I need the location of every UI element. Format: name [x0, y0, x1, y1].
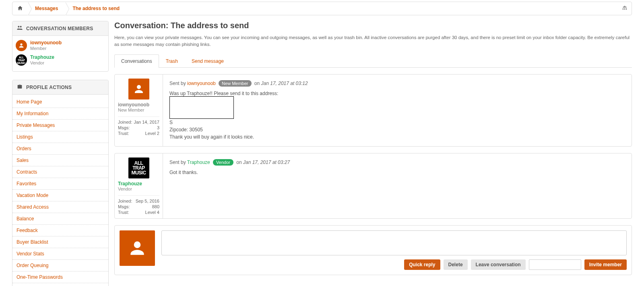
stat-msgs-label: Msgs:	[118, 125, 130, 130]
redaction-box	[169, 96, 234, 119]
avatar-person-icon	[120, 230, 155, 266]
message-username: Traphouze	[118, 181, 159, 187]
member-row[interactable]: iownyounoob Member	[16, 38, 105, 53]
invite-member-input[interactable]	[529, 259, 581, 270]
stat-msgs-value: 3	[157, 125, 159, 130]
on-word: on	[235, 160, 243, 165]
sidebar-item-favorites[interactable]: Favorites	[12, 178, 108, 190]
panel-conversation-members: CONVERSATION MEMBERS iownyounoob Member …	[12, 21, 109, 72]
on-word: on	[253, 81, 261, 86]
breadcrumb-home[interactable]	[12, 2, 28, 15]
message-card: iownyounoob New Member Joined:Jan 14, 20…	[114, 74, 632, 147]
message-user-stats: Joined:Sep 5, 2016 Msgs:880 Trust:Level …	[118, 195, 159, 215]
sidebar: CONVERSATION MEMBERS iownyounoob Member …	[12, 21, 109, 286]
breadcrumb: Messages The address to send	[12, 2, 127, 15]
main-content: Conversation: The address to send Here, …	[114, 21, 632, 275]
reply-actions: Quick reply Delete Leave conversation In…	[161, 259, 627, 270]
message-card: ALLTRAPMUSIC Traphouze Vendor Joined:Sep…	[114, 153, 632, 219]
message-user-role: New Member	[118, 108, 159, 112]
user-badge: New Member	[219, 80, 251, 87]
sent-by-prefix: Sent by	[169, 81, 187, 86]
sidebar-item-vacation-mode[interactable]: Vacation Mode	[12, 190, 108, 201]
page-description: Here, you can view your private messages…	[114, 34, 632, 48]
page-title: Conversation: The address to send	[114, 21, 632, 30]
reply-panel: Quick reply Delete Leave conversation In…	[114, 225, 632, 275]
sidebar-item-vendor-stats[interactable]: Vendor Stats	[12, 248, 108, 260]
message-user-panel: ALLTRAPMUSIC Traphouze Vendor Joined:Sep…	[115, 153, 163, 218]
users-icon	[17, 25, 23, 32]
home-icon	[17, 5, 23, 12]
member-name: Traphouze	[30, 54, 54, 60]
sidebar-item-feedback[interactable]: Feedback	[12, 225, 108, 236]
sidebar-item-shared-access[interactable]: Shared Access	[12, 201, 108, 213]
panel-head-actions: PROFILE ACTIONS	[12, 80, 108, 95]
member-row[interactable]: ALLTRAPMUSIC Traphouze Vendor	[16, 53, 105, 67]
sidebar-item-balance[interactable]: Balance	[12, 213, 108, 225]
stat-joined-value: Jan 14, 2017	[134, 120, 159, 124]
sidebar-item-my-information[interactable]: My Information	[12, 108, 108, 120]
message-sender-link[interactable]: Traphouze	[187, 160, 210, 165]
sidebar-item-buyer-blacklist[interactable]: Buyer Blacklist	[12, 236, 108, 248]
sent-by-prefix: Sent by	[169, 160, 187, 165]
avatar-alltrap-icon: ALLTRAPMUSIC	[128, 158, 149, 178]
message-sent-line: Sent by Traphouze Vendor on Jan 17, 2017…	[169, 159, 625, 166]
message-username: iownyounoob	[118, 102, 159, 108]
stat-msgs-value: 880	[152, 204, 159, 209]
stat-trust-value: Level 4	[145, 210, 159, 215]
sidebar-item-one-time-passwords[interactable]: One-Time Passwords	[12, 271, 108, 283]
member-role: Member	[30, 46, 46, 51]
panel-title-members: CONVERSATION MEMBERS	[26, 26, 93, 31]
sidebar-item-affiliate-stats[interactable]: Affiliate Stats	[12, 283, 108, 286]
invite-member-button[interactable]: Invite member	[584, 259, 627, 270]
tabs: Conversations Trash Send message	[114, 54, 632, 68]
delete-button[interactable]: Delete	[444, 259, 468, 270]
profile-actions-list: Home Page My Information Private Message…	[12, 95, 108, 286]
member-role: Vendor	[30, 60, 44, 65]
message-text: Got it thanks.	[169, 169, 625, 176]
message-body: Sent by Traphouze Vendor on Jan 17, 2017…	[163, 153, 632, 218]
panel-head-members: CONVERSATION MEMBERS	[12, 21, 108, 36]
panel-title-actions: PROFILE ACTIONS	[26, 85, 72, 90]
message-sender-link[interactable]: iownyounoob	[187, 81, 216, 86]
avatar-person-icon	[128, 79, 149, 99]
stat-trust-value: Level 2	[145, 131, 159, 136]
message-timestamp: Jan 17, 2017 at 03:12	[261, 81, 308, 86]
panel-profile-actions: PROFILE ACTIONS Home Page My Information…	[12, 80, 109, 286]
user-badge: Vendor	[213, 159, 233, 166]
stat-trust-label: Trust:	[118, 131, 129, 136]
reply-textarea[interactable]	[161, 230, 627, 255]
sidebar-item-orders[interactable]: Orders	[12, 143, 108, 155]
stat-msgs-label: Msgs:	[118, 204, 130, 209]
briefcase-icon	[17, 83, 23, 91]
sidebar-item-listings[interactable]: Listings	[12, 131, 108, 143]
stat-joined-label: Joined:	[118, 120, 132, 124]
sidebar-item-order-queuing[interactable]: Order Queuing	[12, 260, 108, 271]
quick-reply-button[interactable]: Quick reply	[404, 259, 440, 270]
avatar-person-icon	[16, 40, 27, 51]
message-text: Was up Traphouze!! Please send it to thi…	[169, 90, 625, 141]
message-user-role: Vendor	[118, 187, 159, 191]
sidebar-item-home-page[interactable]: Home Page	[12, 96, 108, 108]
sidebar-item-private-messages[interactable]: Private Messages	[12, 120, 108, 131]
message-user-panel: iownyounoob New Member Joined:Jan 14, 20…	[115, 75, 163, 146]
tab-send-message[interactable]: Send message	[185, 54, 231, 68]
stat-joined-value: Sep 5, 2016	[136, 199, 159, 203]
breadcrumb-item-messages[interactable]: Messages	[28, 2, 65, 15]
message-user-stats: Joined:Jan 14, 2017 Msgs:3 Trust:Level 2	[118, 116, 159, 136]
sidebar-item-contracts[interactable]: Contracts	[12, 166, 108, 178]
message-timestamp: Jan 17, 2017 at 03:27	[243, 160, 290, 165]
leave-conversation-button[interactable]: Leave conversation	[471, 259, 526, 270]
member-name: iownyounoob	[30, 40, 62, 46]
message-body: Sent by iownyounoob New Member on Jan 17…	[163, 75, 632, 146]
members-list: iownyounoob Member ALLTRAPMUSIC Traphouz…	[12, 36, 108, 71]
avatar-alltrap-icon: ALLTRAPMUSIC	[16, 54, 27, 66]
breadcrumb-item-current[interactable]: The address to send	[65, 2, 127, 15]
message-sent-line: Sent by iownyounoob New Member on Jan 17…	[169, 80, 625, 87]
tab-trash[interactable]: Trash	[159, 54, 185, 68]
tab-conversations[interactable]: Conversations	[114, 54, 159, 68]
stat-trust-label: Trust:	[118, 210, 129, 215]
stat-joined-label: Joined:	[118, 199, 132, 203]
breadcrumb-bar: Messages The address to send	[12, 2, 632, 15]
sitemap-icon[interactable]	[622, 5, 627, 12]
sidebar-item-sales[interactable]: Sales	[12, 155, 108, 166]
